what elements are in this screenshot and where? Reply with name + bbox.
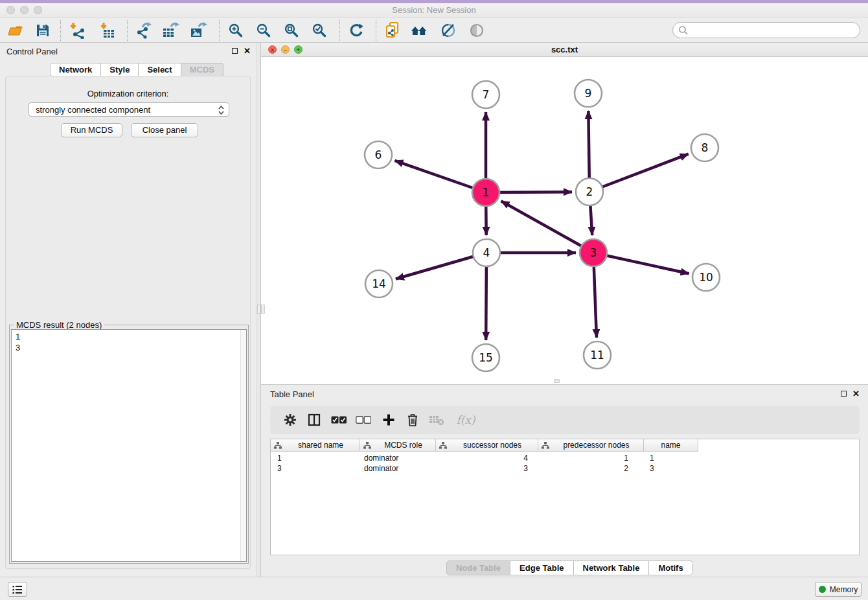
table-cell: 3 (644, 463, 698, 474)
graph-edge-1-6[interactable] (394, 161, 486, 192)
table-cell: 1 (271, 453, 360, 463)
select-all-icon[interactable] (330, 412, 347, 428)
table-row[interactable]: 3dominator323 (271, 463, 698, 474)
graph-node-8[interactable]: 8 (691, 134, 718, 161)
table-cell: dominator (360, 453, 436, 463)
function-builder-icon: f(x) (453, 412, 479, 428)
memory-label: Memory (830, 585, 858, 594)
graph-edge-3-1[interactable] (501, 201, 593, 253)
select-chevrons-icon (218, 105, 225, 115)
open-session-icon[interactable] (6, 21, 25, 40)
table-float-panel-icon[interactable] (841, 391, 847, 397)
tab-network[interactable]: Network (50, 63, 101, 76)
svg-text:6: 6 (375, 148, 382, 161)
graph-node-14[interactable]: 14 (365, 270, 393, 297)
run-mcds-button[interactable]: Run MCDS (61, 123, 122, 137)
close-panel-icon[interactable]: ✕ (244, 47, 251, 54)
deselect-all-icon[interactable] (355, 412, 372, 428)
network-graph[interactable]: 7968124314101511 (261, 57, 868, 384)
table-close-panel-icon[interactable]: ✕ (852, 390, 860, 397)
canvas-left-scroll-handle[interactable] (261, 305, 265, 314)
task-history-button[interactable] (8, 582, 27, 597)
tab-style[interactable]: Style (101, 63, 139, 76)
node-table[interactable]: shared nameMCDS rolesuccessor nodesprede… (270, 439, 860, 555)
tab-edge-table[interactable]: Edge Table (510, 560, 573, 575)
table-cell: 1 (644, 453, 698, 463)
clone-network-icon[interactable] (383, 21, 402, 40)
table-toolbar: f(x) (270, 406, 860, 434)
export-image-icon[interactable] (190, 21, 208, 40)
mcds-result-group: MCDS result (2 nodes) 1 3 (9, 325, 249, 564)
import-table-icon[interactable] (98, 21, 117, 40)
refresh-icon[interactable] (347, 21, 365, 40)
delete-table-icon (428, 412, 445, 428)
zoom-in-icon[interactable] (227, 21, 245, 40)
tab-mcds[interactable]: MCDS (181, 63, 223, 76)
float-panel-icon[interactable] (232, 48, 238, 54)
mcds-result-text[interactable]: 1 3 (11, 329, 247, 562)
home-icon[interactable] (410, 21, 428, 40)
graph-edge-2-8[interactable] (589, 154, 689, 192)
zoom-out-icon[interactable] (255, 21, 273, 40)
application-window: Session: New Session (0, 0, 868, 600)
column-header-predecessor-nodes[interactable]: predecessor nodes (538, 439, 644, 452)
zoom-fit-icon[interactable] (282, 21, 301, 40)
column-header-MCDS-role[interactable]: MCDS role (360, 439, 436, 452)
graph-node-11[interactable]: 11 (584, 341, 611, 369)
graph-node-1[interactable]: 1 (472, 179, 499, 206)
column-hierarchy-icon (542, 442, 549, 449)
splitter-handle[interactable] (257, 305, 260, 314)
split-columns-icon[interactable] (306, 412, 323, 428)
table-row[interactable]: 1dominator411 (271, 453, 698, 463)
search-box[interactable] (672, 22, 860, 38)
add-column-icon[interactable] (380, 412, 397, 428)
tab-motifs[interactable]: Motifs (649, 560, 692, 575)
table-panel: Table Panel ✕ (261, 384, 868, 577)
save-session-icon[interactable] (34, 21, 52, 40)
graph-node-10[interactable]: 10 (692, 264, 720, 291)
tab-select[interactable]: Select (139, 63, 181, 76)
delete-column-trash-icon[interactable] (404, 412, 421, 428)
export-table-icon[interactable] (162, 21, 180, 40)
list-icon (12, 585, 23, 594)
panel-splitter[interactable] (256, 43, 261, 577)
graph-node-9[interactable]: 9 (575, 80, 602, 107)
svg-text:3: 3 (590, 246, 597, 259)
zoom-selected-icon[interactable] (310, 21, 328, 40)
mcds-result-title: MCDS result (2 nodes) (14, 320, 104, 330)
column-hierarchy-icon (363, 442, 371, 449)
app-titlebar: Session: New Session (0, 3, 868, 17)
network-canvas[interactable]: 7968124314101511 (261, 57, 868, 384)
tab-node-table[interactable]: Node Table (446, 560, 510, 575)
column-header-successor-nodes[interactable]: successor nodes (436, 439, 538, 452)
graph-edge-3-10[interactable] (593, 253, 689, 273)
criterion-select[interactable]: strongly connected component (29, 102, 229, 117)
eye-icon[interactable] (468, 21, 486, 40)
settings-gear-icon[interactable] (282, 412, 299, 428)
graph-node-15[interactable]: 15 (472, 344, 499, 371)
network-window-title: scc.txt (261, 45, 868, 54)
table-panel-title: Table Panel (270, 389, 314, 399)
graph-node-6[interactable]: 6 (365, 141, 392, 168)
column-header-name[interactable]: name (644, 439, 698, 452)
close-panel-button[interactable]: Close panel (131, 123, 198, 137)
memory-button[interactable]: Memory (815, 582, 862, 597)
graph-node-2[interactable]: 2 (576, 178, 603, 205)
export-network-icon[interactable] (135, 21, 153, 40)
canvas-bottom-scroll-handle[interactable] (554, 379, 560, 383)
svg-text:1: 1 (483, 186, 490, 199)
control-panel-tabs: NetworkStyleSelectMCDS (50, 63, 223, 76)
table-cell: 3 (436, 463, 538, 474)
search-input[interactable] (689, 24, 860, 37)
network-window-titlebar[interactable]: x – + scc.txt (261, 43, 868, 57)
column-header-shared-name[interactable]: shared name (271, 439, 360, 452)
import-network-icon[interactable] (68, 21, 86, 40)
graph-node-7[interactable]: 7 (472, 81, 499, 108)
tab-network-table[interactable]: Network Table (574, 560, 650, 575)
main-toolbar (0, 17, 868, 43)
graph-node-4[interactable]: 4 (473, 239, 500, 266)
graph-node-3[interactable]: 3 (580, 239, 607, 266)
table-cell: dominator (360, 463, 436, 474)
result-scrollbar[interactable] (240, 330, 246, 561)
hide-graphics-details-icon[interactable] (439, 21, 457, 40)
